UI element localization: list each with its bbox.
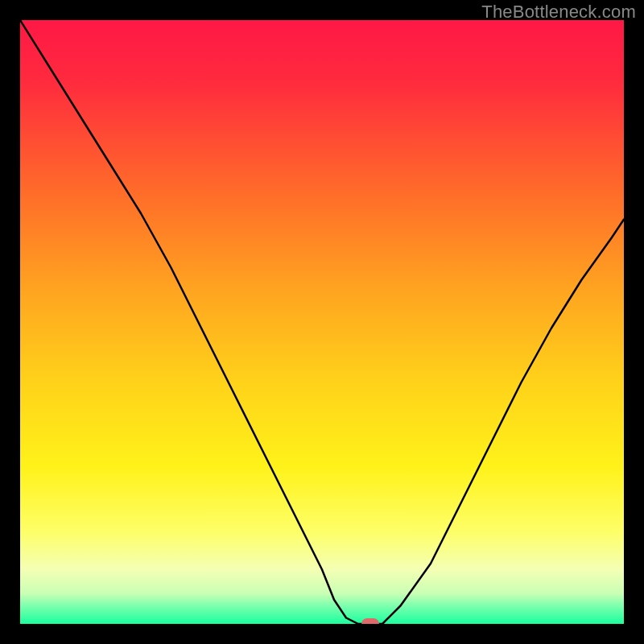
optimal-point-marker: [361, 618, 379, 624]
plot-area: [20, 20, 624, 624]
curve-path: [20, 20, 624, 624]
watermark-text: TheBottleneck.com: [481, 2, 636, 23]
chart-frame: TheBottleneck.com: [0, 0, 644, 644]
bottleneck-curve: [20, 20, 624, 624]
